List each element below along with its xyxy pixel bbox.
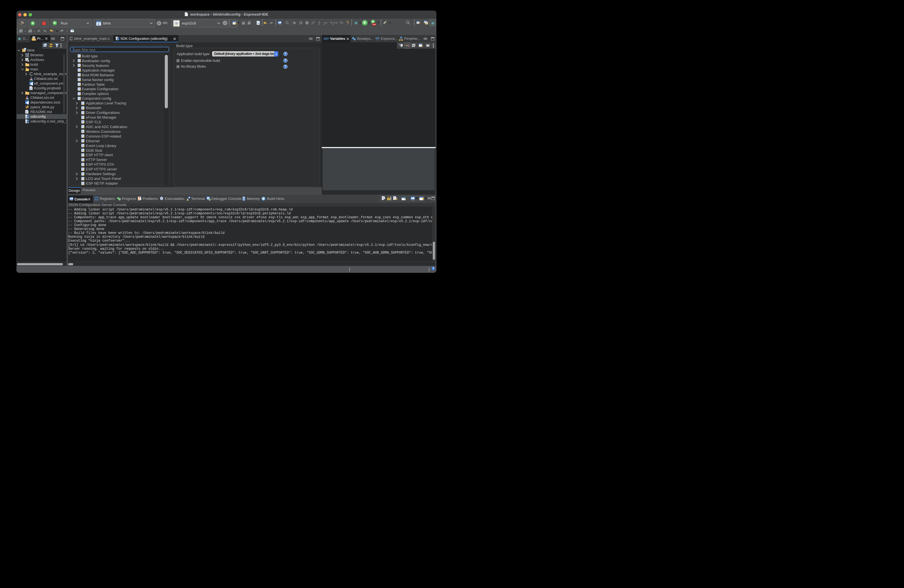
svg-text:C: C <box>24 48 26 50</box>
svg-text:C: C <box>426 22 427 24</box>
svg-text:010: 010 <box>257 23 260 25</box>
svg-text:C: C <box>98 23 100 25</box>
svg-text:x=: x= <box>376 39 378 41</box>
